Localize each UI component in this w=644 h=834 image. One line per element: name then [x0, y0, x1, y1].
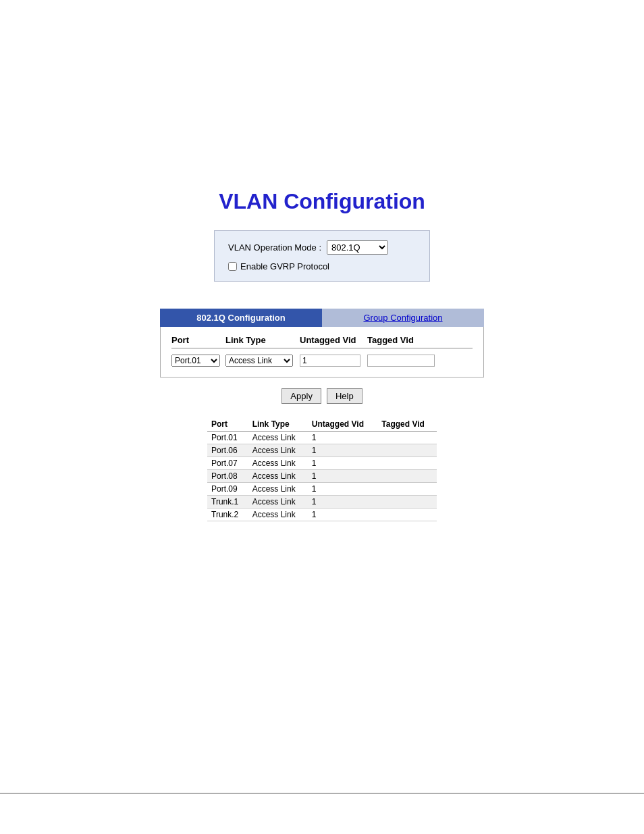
cell-port: Port.08 — [207, 470, 248, 483]
cell-port: Port.09 — [207, 483, 248, 496]
gvrp-checkbox[interactable] — [228, 262, 237, 271]
cell-link-type: Access Link — [248, 509, 308, 521]
cell-tagged-vid — [377, 457, 437, 470]
untagged-vid-input[interactable] — [300, 355, 360, 367]
header-tagged-vid: Tagged Vid — [367, 335, 435, 345]
summary-table: Port Link Type Untagged Vid Tagged Vid P… — [207, 417, 437, 521]
cell-untagged-vid: 1 — [308, 432, 377, 444]
summary-header-untagged-vid: Untagged Vid — [308, 417, 377, 432]
cell-link-type: Access Link — [248, 444, 308, 457]
vlan-mode-row: VLAN Operation Mode : Port Based 802.1Q — [228, 240, 416, 255]
config-section: Port Link Type Untagged Vid Tagged Vid P… — [160, 327, 484, 377]
cell-port: Trunk.2 — [207, 509, 248, 521]
summary-header-tagged-vid: Tagged Vid — [377, 417, 437, 432]
gvrp-row: Enable GVRP Protocol — [228, 261, 416, 271]
port-select[interactable]: Port.01 Port.02 Port.03 Port.04 Port.05 … — [171, 355, 220, 367]
cell-link-type: Access Link — [248, 470, 308, 483]
cell-link-type: Access Link — [248, 496, 308, 509]
table-row: Port.01Access Link1 — [207, 432, 437, 444]
cell-untagged-vid: 1 — [308, 470, 377, 483]
cell-tagged-vid — [377, 509, 437, 521]
gvrp-label: Enable GVRP Protocol — [240, 261, 329, 271]
cell-tagged-vid — [377, 483, 437, 496]
cell-link-type: Access Link — [248, 483, 308, 496]
tab-8021q[interactable]: 802.1Q Configuration — [160, 309, 322, 327]
cell-port: Port.06 — [207, 444, 248, 457]
cell-tagged-vid — [377, 432, 437, 444]
tab-bar: 802.1Q Configuration Group Configuration — [160, 309, 484, 327]
header-link-type: Link Type — [225, 335, 300, 345]
cell-link-type: Access Link — [248, 457, 308, 470]
bottom-divider — [0, 793, 644, 793]
cell-untagged-vid: 1 — [308, 457, 377, 470]
cell-untagged-vid: 1 — [308, 483, 377, 496]
cell-tagged-vid — [377, 496, 437, 509]
cell-untagged-vid: 1 — [308, 496, 377, 509]
config-data-row: Port.01 Port.02 Port.03 Port.04 Port.05 … — [171, 353, 473, 369]
table-row: Port.07Access Link1 — [207, 457, 437, 470]
table-row: Port.09Access Link1 — [207, 483, 437, 496]
tagged-vid-wrap — [367, 355, 435, 367]
vlan-mode-label: VLAN Operation Mode : — [228, 242, 321, 253]
summary-header-row: Port Link Type Untagged Vid Tagged Vid — [207, 417, 437, 432]
summary-header-link-type: Link Type — [248, 417, 308, 432]
untagged-vid-wrap — [300, 355, 367, 367]
cell-tagged-vid — [377, 470, 437, 483]
cell-port: Port.01 — [207, 432, 248, 444]
button-row: Apply Help — [160, 388, 484, 404]
config-header-row: Port Link Type Untagged Vid Tagged Vid — [171, 335, 473, 348]
header-untagged-vid: Untagged Vid — [300, 335, 367, 345]
page-wrapper: VLAN Configuration VLAN Operation Mode :… — [0, 0, 644, 834]
header-port: Port — [171, 335, 225, 345]
cell-link-type: Access Link — [248, 432, 308, 444]
summary-header-port: Port — [207, 417, 248, 432]
cell-port: Port.07 — [207, 457, 248, 470]
link-type-select[interactable]: Access Link Trunk Link Hybrid Link — [225, 355, 293, 367]
cell-port: Trunk.1 — [207, 496, 248, 509]
link-type-select-wrap: Access Link Trunk Link Hybrid Link — [225, 355, 300, 367]
port-select-wrap: Port.01 Port.02 Port.03 Port.04 Port.05 … — [171, 355, 225, 367]
table-row: Port.08Access Link1 — [207, 470, 437, 483]
page-title: VLAN Configuration — [219, 189, 425, 214]
tagged-vid-input[interactable] — [367, 355, 435, 367]
table-row: Trunk.2Access Link1 — [207, 509, 437, 521]
table-row: Port.06Access Link1 — [207, 444, 437, 457]
table-row: Trunk.1Access Link1 — [207, 496, 437, 509]
vlan-mode-box: VLAN Operation Mode : Port Based 802.1Q … — [214, 230, 430, 282]
tab-group-config[interactable]: Group Configuration — [322, 309, 484, 327]
cell-untagged-vid: 1 — [308, 509, 377, 521]
cell-tagged-vid — [377, 444, 437, 457]
cell-untagged-vid: 1 — [308, 444, 377, 457]
vlan-mode-select[interactable]: Port Based 802.1Q — [327, 240, 388, 255]
help-button[interactable]: Help — [327, 388, 363, 404]
apply-button[interactable]: Apply — [281, 388, 321, 404]
